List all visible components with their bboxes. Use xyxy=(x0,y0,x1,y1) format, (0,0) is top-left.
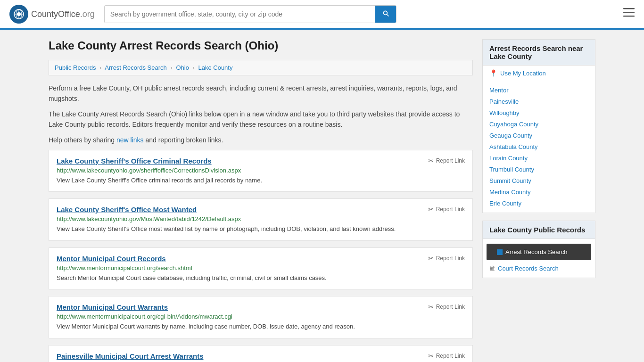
report-link[interactable]: ✂ Report Link xyxy=(428,255,465,262)
report-icon: ✂ xyxy=(428,303,434,311)
list-item: Medina County xyxy=(483,186,595,197)
breadcrumb-arrest-records-search[interactable]: Arrest Records Search xyxy=(105,64,167,71)
list-item: 🏛 Court Records Search xyxy=(483,262,595,275)
use-my-location-link[interactable]: Use My Location xyxy=(500,70,546,77)
result-title[interactable]: Painesville Municipal Court Arrest Warra… xyxy=(57,352,203,360)
breadcrumb-public-records[interactable]: Public Records xyxy=(55,64,96,71)
result-item: Mentor Municipal Court Records ✂ Report … xyxy=(49,247,473,290)
result-header: Painesville Municipal Court Arrest Warra… xyxy=(57,352,465,360)
sidebar-link-geauga[interactable]: Geauga County xyxy=(489,132,532,139)
report-icon: ✂ xyxy=(428,157,434,165)
pin-icon: 📍 xyxy=(489,69,497,77)
page-title: Lake County Arrest Records Search (Ohio) xyxy=(49,39,473,52)
sidebar-link-cuyahoga[interactable]: Cuyahoga County xyxy=(489,121,538,128)
search-bar xyxy=(104,5,396,23)
sidebar-link-painesville[interactable]: Painesville xyxy=(489,98,519,105)
sidebar-nearby-list: Mentor Painesville Willoughby Cuyahoga C… xyxy=(483,81,595,213)
breadcrumb: Public Records › Arrest Records Search ›… xyxy=(49,60,473,75)
result-header: Lake County Sheriff's Office Most Wanted… xyxy=(57,206,465,214)
report-link[interactable]: ✂ Report Link xyxy=(428,157,465,165)
result-url[interactable]: http://www.lakecountyohio.gov/MostWanted… xyxy=(57,215,465,222)
description-para1: Perform a free Lake County, OH public ar… xyxy=(49,83,473,104)
svg-rect-7 xyxy=(623,16,635,17)
logo-text: CountyOffice.org xyxy=(31,9,95,19)
result-title[interactable]: Lake County Sheriff's Office Most Wanted xyxy=(57,206,197,214)
result-header: Lake County Sheriff's Office Criminal Re… xyxy=(57,157,465,165)
svg-rect-5 xyxy=(623,8,635,9)
breadcrumb-ohio[interactable]: Ohio xyxy=(176,64,189,71)
sidebar-link-trumbull[interactable]: Trumbull County xyxy=(489,166,534,173)
sidebar-link-erie[interactable]: Erie County xyxy=(489,200,521,207)
sidebar-link-mentor[interactable]: Mentor xyxy=(489,87,508,94)
report-icon: ✂ xyxy=(428,352,434,360)
result-title[interactable]: Mentor Municipal Court Records xyxy=(57,255,166,263)
use-location-row: 📍 Use My Location xyxy=(483,66,595,81)
list-item: Willoughby xyxy=(483,107,595,118)
result-item: Painesville Municipal Court Arrest Warra… xyxy=(49,345,473,362)
search-input[interactable] xyxy=(105,6,375,23)
list-item: Erie County xyxy=(483,197,595,209)
svg-rect-6 xyxy=(623,12,635,13)
sidebar-public-records-list: Arrest Records Search 🏛 Court Records Se… xyxy=(483,239,595,278)
new-links-link[interactable]: new links xyxy=(116,136,144,144)
result-header: Mentor Municipal Court Warrants ✂ Report… xyxy=(57,303,465,311)
sidebar-nearby-heading: Arrest Records Search near Lake County xyxy=(483,40,595,66)
result-title[interactable]: Mentor Municipal Court Warrants xyxy=(57,303,168,311)
sidebar-link-medina[interactable]: Medina County xyxy=(489,189,530,196)
sidebar-link-ashtabula[interactable]: Ashtabula County xyxy=(489,143,538,150)
report-link[interactable]: ✂ Report Link xyxy=(428,303,465,311)
description-para3: Help others by sharing new links and rep… xyxy=(49,135,473,145)
result-url[interactable]: http://www.lakecountyohio.gov/sheriffoff… xyxy=(57,167,465,174)
result-item: Lake County Sheriff's Office Most Wanted… xyxy=(49,198,473,241)
report-link[interactable]: ✂ Report Link xyxy=(428,206,465,213)
sidebar-public-records-section: Lake County Public Records Arrest Record… xyxy=(482,221,595,278)
sidebar-link-lorain[interactable]: Lorain County xyxy=(489,155,528,162)
logo[interactable]: CountyOffice.org xyxy=(9,5,95,24)
main-container: Lake County Arrest Records Search (Ohio)… xyxy=(39,30,605,362)
sidebar: Arrest Records Search near Lake County 📍… xyxy=(482,39,595,362)
result-url[interactable]: http://www.mentormunicipalcourt.org/cgi-… xyxy=(57,313,465,320)
header: CountyOffice.org xyxy=(0,0,644,30)
sidebar-link-summit[interactable]: Summit County xyxy=(489,177,531,184)
result-title[interactable]: Lake County Sheriff's Office Criminal Re… xyxy=(57,157,212,165)
active-label: Arrest Records Search xyxy=(505,248,568,255)
list-item: Mentor xyxy=(483,84,595,96)
result-desc: View Lake County Sheriff's Office most w… xyxy=(57,224,465,234)
result-item: Mentor Municipal Court Warrants ✂ Report… xyxy=(49,296,473,338)
sidebar-link-court-records[interactable]: 🏛 Court Records Search xyxy=(489,265,588,272)
search-button[interactable] xyxy=(375,6,396,23)
sidebar-active-item[interactable]: Arrest Records Search xyxy=(487,244,591,260)
list-item: Cuyahoga County xyxy=(483,118,595,130)
active-indicator-icon xyxy=(497,249,503,255)
result-desc: Search Mentor Municipal Court case datab… xyxy=(57,273,465,283)
logo-icon xyxy=(9,5,28,24)
list-item: Painesville xyxy=(483,96,595,107)
list-item: Geauga County xyxy=(483,130,595,141)
breadcrumb-lake-county[interactable]: Lake County xyxy=(198,64,232,71)
result-desc: View Mentor Municipal Court warrants by … xyxy=(57,322,465,331)
result-desc: View Lake County Sheriff's Office crimin… xyxy=(57,176,465,185)
list-item: Ashtabula County xyxy=(483,141,595,152)
result-url[interactable]: http://www.mentormunicipalcourt.org/sear… xyxy=(57,264,465,272)
main-content: Lake County Arrest Records Search (Ohio)… xyxy=(49,39,473,362)
list-item: Trumbull County xyxy=(483,164,595,175)
report-icon: ✂ xyxy=(428,206,434,213)
file-icon: 🏛 xyxy=(489,265,495,272)
list-item: Lorain County xyxy=(483,152,595,164)
sidebar-link-willoughby[interactable]: Willoughby xyxy=(489,109,520,116)
result-header: Mentor Municipal Court Records ✂ Report … xyxy=(57,255,465,263)
list-item: Summit County xyxy=(483,175,595,186)
menu-button[interactable] xyxy=(623,8,635,20)
sidebar-nearby-section: Arrest Records Search near Lake County 📍… xyxy=(482,39,595,213)
description-para2: The Lake County Arrest Records Search (O… xyxy=(49,109,473,130)
result-item: Lake County Sheriff's Office Criminal Re… xyxy=(49,150,473,192)
report-link[interactable]: ✂ Report Link xyxy=(428,352,465,360)
report-icon: ✂ xyxy=(428,255,434,262)
sidebar-public-records-heading: Lake County Public Records xyxy=(483,221,595,239)
